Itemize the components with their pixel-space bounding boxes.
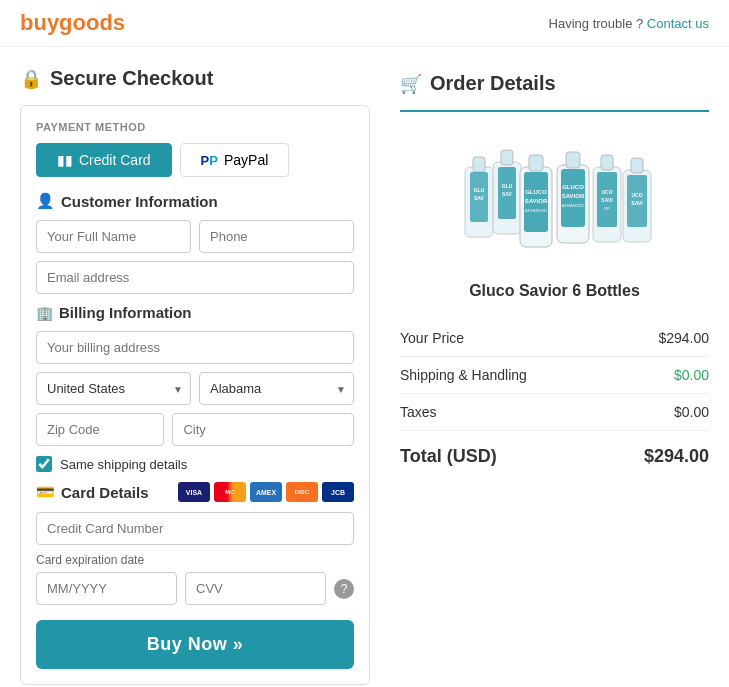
right-panel: Order Details GLU SAV <box>400 67 709 685</box>
mastercard-icon: MC <box>214 482 246 502</box>
cvv-input[interactable] <box>185 572 326 605</box>
card-details-header: Card Details VISA MC AMEX DISC JCB <box>36 482 354 502</box>
email-input[interactable] <box>36 261 354 294</box>
svg-rect-29 <box>631 158 643 173</box>
order-line-total: Total (USD) $294.00 <box>400 431 709 477</box>
country-state-row: United States Canada United Kingdom ▼ Al… <box>36 372 354 405</box>
credit-card-label: Credit Card <box>79 152 151 168</box>
taxes-label: Taxes <box>400 404 437 420</box>
order-divider <box>400 110 709 112</box>
svg-text:SAVI: SAVI <box>631 200 643 206</box>
paypal-tab[interactable]: PP PayPal <box>180 143 290 177</box>
svg-rect-23 <box>601 155 613 170</box>
customer-info-title: Customer Information <box>61 193 218 210</box>
svg-text:SAVI: SAVI <box>601 197 613 203</box>
shipping-value: $0.00 <box>674 367 709 383</box>
order-line-price: Your Price $294.00 <box>400 320 709 357</box>
expiry-cvv-row: ? <box>36 572 354 605</box>
billing-info-heading: Billing Information <box>36 304 354 321</box>
your-price-value: $294.00 <box>658 330 709 346</box>
card-number-input[interactable] <box>36 512 354 545</box>
city-input[interactable] <box>172 413 354 446</box>
payment-tabs: ▮▮ Credit Card PP PayPal <box>36 143 354 177</box>
cart-icon <box>400 72 422 95</box>
paypal-icon: PP <box>201 153 218 168</box>
card-number-row <box>36 512 354 545</box>
billing-address-input[interactable] <box>36 331 354 364</box>
svg-text:SAV: SAV <box>474 195 485 201</box>
cvv-help-icon[interactable]: ? <box>334 579 354 599</box>
svg-text:SAV: SAV <box>502 191 513 197</box>
expiry-input[interactable] <box>36 572 177 605</box>
paypal-label: PayPal <box>224 152 268 168</box>
logo: buygoods <box>20 10 125 36</box>
svg-rect-11 <box>529 155 543 171</box>
zip-input[interactable] <box>36 413 164 446</box>
state-select[interactable]: Alabama Alaska Arizona <box>199 372 354 405</box>
order-line-taxes: Taxes $0.00 <box>400 394 709 431</box>
contact-us-link[interactable]: Contact us <box>647 16 709 31</box>
same-shipping-checkbox[interactable] <box>36 456 52 472</box>
name-phone-row <box>36 220 354 253</box>
logo-text: buygoods <box>20 10 125 35</box>
buy-now-button[interactable]: Buy Now » <box>36 620 354 669</box>
svg-text:UCO: UCO <box>631 192 642 198</box>
credit-card-tab[interactable]: ▮▮ Credit Card <box>36 143 172 177</box>
country-wrapper: United States Canada United Kingdom ▼ <box>36 372 191 405</box>
svg-rect-17 <box>566 152 580 168</box>
your-price-label: Your Price <box>400 330 464 346</box>
taxes-value: $0.00 <box>674 404 709 420</box>
address-row <box>36 331 354 364</box>
same-shipping-row: Same shipping details <box>36 456 354 472</box>
svg-text:GLU: GLU <box>473 187 484 193</box>
svg-text:SAVIOR: SAVIOR <box>524 198 547 204</box>
country-select[interactable]: United States Canada United Kingdom <box>36 372 191 405</box>
visa-icon: VISA <box>178 482 210 502</box>
product-name: Gluco Savior 6 Bottles <box>400 282 709 300</box>
customer-info-heading: Customer Information <box>36 192 354 210</box>
svg-text:ADVANCED: ADVANCED <box>562 203 584 208</box>
shipping-label: Shipping & Handling <box>400 367 527 383</box>
svg-text:GLUCO: GLUCO <box>562 184 584 190</box>
email-row <box>36 261 354 294</box>
state-wrapper: Alabama Alaska Arizona ▼ <box>199 372 354 405</box>
billing-info-title: Billing Information <box>59 304 192 321</box>
card-details-heading: Card Details <box>36 483 149 501</box>
zip-city-row <box>36 413 354 446</box>
svg-text:UCO: UCO <box>601 189 612 195</box>
svg-text:GLU: GLU <box>501 183 512 189</box>
expiry-label: Card expiration date <box>36 553 354 567</box>
same-shipping-label: Same shipping details <box>60 457 187 472</box>
building-icon <box>36 304 53 321</box>
total-label: Total (USD) <box>400 446 497 467</box>
card-icon <box>36 483 55 501</box>
having-trouble-text: Having trouble ? <box>549 16 644 31</box>
checkout-box: PAYMENT METHOD ▮▮ Credit Card PP PayPal … <box>20 105 370 685</box>
secure-checkout-heading: Secure Checkout <box>20 67 370 90</box>
card-details-title: Card Details <box>61 484 149 501</box>
amex-icon: AMEX <box>250 482 282 502</box>
phone-input[interactable] <box>199 220 354 253</box>
svg-text:ADVANCED: ADVANCED <box>525 208 547 213</box>
order-details-heading: Order Details <box>400 72 709 95</box>
secure-checkout-title: Secure Checkout <box>50 67 213 90</box>
left-panel: Secure Checkout PAYMENT METHOD ▮▮ Credit… <box>20 67 370 685</box>
order-details-title: Order Details <box>430 72 556 95</box>
svg-rect-6 <box>501 150 513 165</box>
card-icons: VISA MC AMEX DISC JCB <box>178 482 354 502</box>
product-bottles-svg: GLU SAV GLU SAV GLUCO SAVIOR <box>445 127 665 267</box>
svg-text:SAVIOR: SAVIOR <box>561 193 584 199</box>
jcb-icon: JCB <box>322 482 354 502</box>
total-value: $294.00 <box>644 446 709 467</box>
person-icon <box>36 192 55 210</box>
header: buygoods Having trouble ? Contact us <box>0 0 729 47</box>
payment-method-label: PAYMENT METHOD <box>36 121 354 133</box>
credit-card-icon: ▮▮ <box>57 152 73 168</box>
svg-rect-1 <box>473 157 485 172</box>
shield-icon <box>20 67 42 90</box>
svg-text:OR: OR <box>604 206 610 211</box>
full-name-input[interactable] <box>36 220 191 253</box>
product-image: GLU SAV GLU SAV GLUCO SAVIOR <box>400 127 709 267</box>
main-content: Secure Checkout PAYMENT METHOD ▮▮ Credit… <box>0 47 729 687</box>
discover-icon: DISC <box>286 482 318 502</box>
